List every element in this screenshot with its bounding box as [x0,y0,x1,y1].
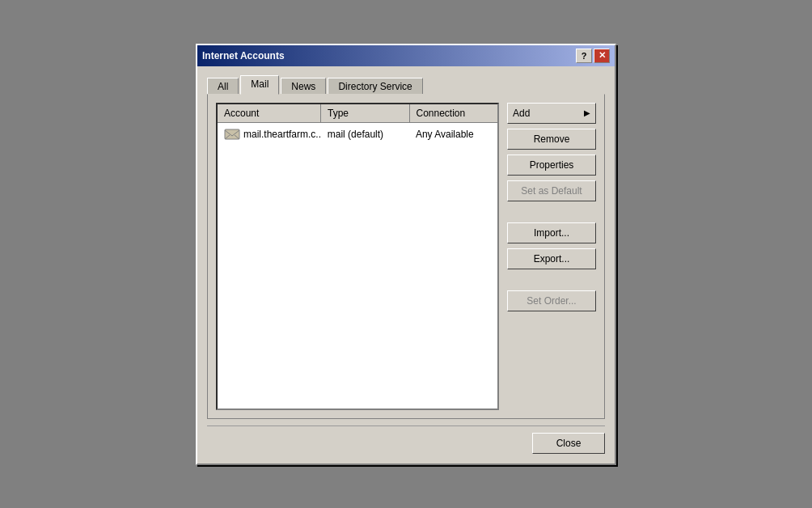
help-button[interactable]: ? [576,49,592,63]
set-order-button[interactable]: Set Order... [507,290,596,311]
add-arrow-icon: ▶ [584,108,590,117]
close-title-button[interactable]: ✕ [594,49,610,63]
import-button[interactable]: Import... [507,222,596,243]
tab-all[interactable]: All [207,78,239,95]
table-row[interactable]: mail.theartfarm.c... mail (default) Any … [218,123,497,146]
accounts-list-container: Account Type Connection [216,103,499,410]
title-bar-buttons: ? ✕ [576,49,610,63]
set-default-button[interactable]: Set as Default [507,180,596,201]
properties-button[interactable]: Properties [507,155,596,176]
remove-button[interactable]: Remove [507,129,596,150]
tabs-row: All Mail News Directory Service [207,74,605,94]
title-bar: Internet Accounts ? ✕ [197,45,615,66]
cell-account: mail.theartfarm.c... [218,126,321,142]
col-connection: Connection [410,104,498,122]
mail-icon [224,128,240,141]
list-header: Account Type Connection [218,104,497,123]
close-button[interactable]: Close [532,433,605,454]
cell-connection: Any Available [409,127,497,142]
internet-accounts-dialog: Internet Accounts ? ✕ All Mail News Dire… [196,44,616,465]
tab-news[interactable]: News [281,78,326,95]
export-button[interactable]: Export... [507,248,596,269]
tab-mail[interactable]: Mail [240,75,279,95]
add-button[interactable]: Add ▶ [507,103,596,124]
col-account: Account [218,104,321,122]
dialog-title: Internet Accounts [202,50,285,61]
tab-directory-service[interactable]: Directory Service [328,78,422,95]
col-type: Type [321,104,410,122]
dialog-body: All Mail News Directory Service Account … [197,66,615,464]
cell-type: mail (default) [321,127,409,142]
buttons-column: Add ▶ Remove Properties Set as Default I… [507,103,596,410]
